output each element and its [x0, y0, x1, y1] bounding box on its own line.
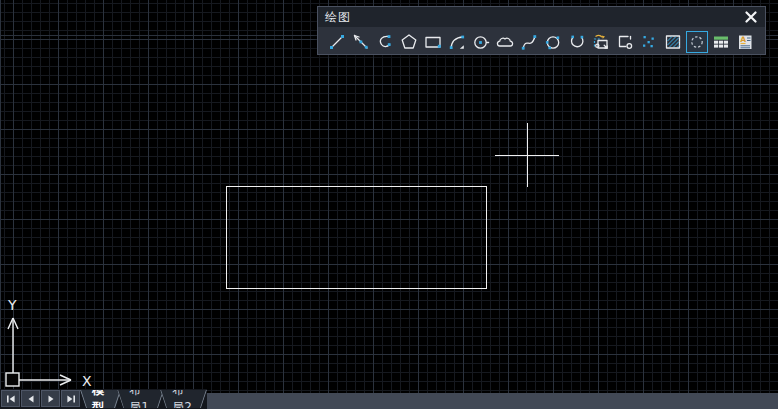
circle-tool-icon[interactable]: [470, 31, 492, 53]
ucs-y-label: Y: [7, 297, 17, 313]
mtext-tool-icon[interactable]: A: [734, 31, 756, 53]
last-tab-button[interactable]: [61, 390, 80, 407]
ellipse-tool-icon[interactable]: [542, 31, 564, 53]
cad-application-window: Y X 绘图 A 模型布局1布局2: [0, 0, 778, 409]
gradient-tool-icon[interactable]: [686, 31, 708, 53]
tab-layout1[interactable]: 布局1: [117, 390, 164, 408]
polyline-tool-icon[interactable]: [374, 31, 396, 53]
make-block-tool-icon[interactable]: [614, 31, 636, 53]
first-tab-button[interactable]: [1, 390, 20, 407]
draw-toolbar-titlebar[interactable]: 绘图: [318, 7, 765, 27]
tab-nav-buttons: [1, 390, 80, 407]
tab-model[interactable]: 模型: [80, 390, 121, 408]
drawing-canvas[interactable]: Y X: [0, 0, 778, 409]
drawn-rectangle[interactable]: [226, 186, 487, 289]
draw-toolbar-panel: 绘图 A: [317, 6, 766, 55]
ellipse-arc-tool-icon[interactable]: [566, 31, 588, 53]
ucs-icon: Y X: [0, 294, 105, 390]
revision-cloud-tool-icon[interactable]: [494, 31, 516, 53]
previous-tab-button[interactable]: [21, 390, 40, 407]
draw-toolbar-buttons: A: [318, 27, 765, 56]
layout-tab-bar: 模型布局1布局2: [0, 389, 207, 409]
draw-toolbar-title: 绘图: [325, 7, 351, 27]
ucs-x-label: X: [82, 373, 92, 389]
arc-tool-icon[interactable]: [446, 31, 468, 53]
polygon-tool-icon[interactable]: [398, 31, 420, 53]
line-tool-icon[interactable]: [326, 31, 348, 53]
spline-tool-icon[interactable]: [518, 31, 540, 53]
tab-layout2[interactable]: 布局2: [160, 390, 207, 408]
layout-tabs: 模型布局1布局2: [84, 390, 207, 408]
crosshair-cursor-vertical: [527, 123, 528, 187]
rectangle-tool-icon[interactable]: [422, 31, 444, 53]
horizontal-scrollbar[interactable]: [207, 393, 778, 409]
close-icon[interactable]: [744, 10, 758, 24]
construction-line-tool-icon[interactable]: [350, 31, 372, 53]
hatch-tool-icon[interactable]: [662, 31, 684, 53]
next-tab-button[interactable]: [41, 390, 60, 407]
table-tool-icon[interactable]: [710, 31, 732, 53]
point-tool-icon[interactable]: [638, 31, 660, 53]
insert-block-tool-icon[interactable]: [590, 31, 612, 53]
